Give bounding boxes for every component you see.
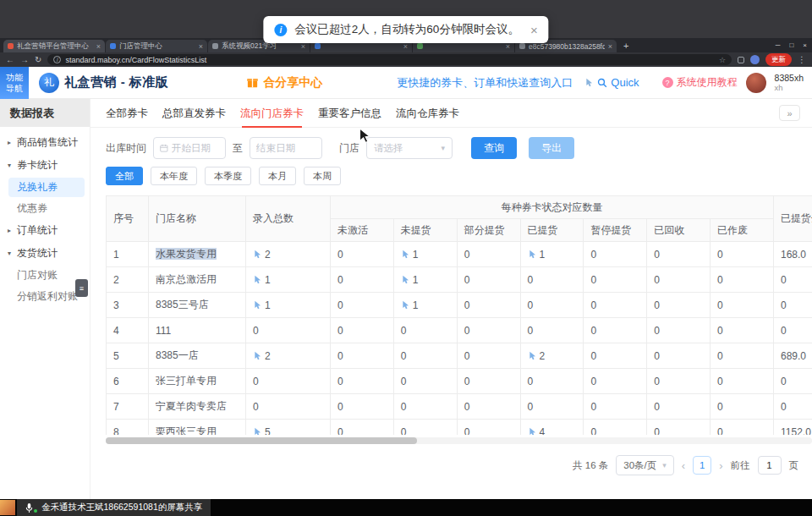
url-field[interactable]: i standard.maboy.cn/CardFlowStatisticsLi… [47,54,732,65]
back-icon[interactable]: ← [6,56,14,64]
count-cell: 0 [520,369,584,394]
count-cell: 0 [331,343,394,369]
quick-filter-button[interactable]: 全部 [106,167,143,185]
share-center-link[interactable]: 合分享中心 [246,75,322,91]
content-tab[interactable]: 总部直发券卡 [162,99,226,128]
count-cell: 0 [710,318,774,343]
close-window-icon[interactable]: × [803,41,807,49]
no-cell: 5 [107,343,149,369]
count-cell: 0 [331,318,394,343]
count-cell: 0 [710,343,774,369]
count-cell: 0 [393,394,457,420]
expand-tabs-icon[interactable]: » [779,105,800,121]
tab-close-icon[interactable]: × [403,42,408,51]
sidebar: 数据报表 ▸商品销售统计▾券卡统计兑换礼券优惠券▸订单统计▾发货统计门店对账分销… [0,99,91,499]
minimize-icon[interactable]: ─ [776,41,781,49]
count-cell: 0 [520,267,584,293]
quick-filter-button[interactable]: 本月 [259,167,296,185]
share-status: 金禾通技术王斌18662591081的屏幕共享 [17,499,211,516]
tab-close-icon[interactable]: × [96,42,101,51]
count-cell[interactable]: 1 [393,267,457,293]
taskbar-app-icon[interactable] [0,500,15,515]
end-date-input[interactable] [250,137,322,159]
count-cell: 0 [647,420,710,436]
user-avatar[interactable] [746,73,766,93]
sidebar-item[interactable]: ▸订单统计 [0,219,90,242]
count-cell[interactable]: 1 [246,267,331,293]
next-page-icon[interactable]: › [719,459,722,472]
browser-tab[interactable]: 礼盒营销平台管理中心× [3,40,105,52]
tab-close-icon[interactable]: × [506,42,510,51]
quick-search[interactable]: Quick [584,76,639,89]
tutorial-link[interactable]: ? 系统使用教程 [662,75,738,90]
scrollbar-thumb[interactable] [106,437,417,444]
store-select[interactable]: 请选择 ▾ [366,137,453,159]
sidebar-item[interactable]: ▾发货统计 [0,242,90,265]
pointer-icon [253,250,262,259]
new-tab-button[interactable]: + [617,38,634,52]
maximize-icon[interactable]: □ [789,41,793,49]
goto-page-input[interactable] [758,456,782,475]
quick-entry-link[interactable]: 更快捷的券卡、订单和快递查询入口 [397,75,573,91]
app-header: 功能导航 礼 礼盒营销 - 标准版 合分享中心 更快捷的券卡、订单和快递查询入口… [0,67,812,99]
site-info-icon[interactable]: i [53,56,61,63]
sidebar-subitem[interactable]: 优惠券 [0,198,90,219]
reload-icon[interactable]: ↻ [35,56,41,64]
pointer-icon [528,250,537,259]
sidebar-subitem[interactable]: 兑换礼券 [8,178,85,197]
pointer-icon [253,427,262,436]
tutorial-label: 系统使用教程 [677,75,738,90]
bookmark-star-icon[interactable]: ☆ [719,56,726,64]
extensions-icon[interactable] [738,57,744,63]
quick-entry-label: 更快捷的券卡、订单和快递查询入口 [397,76,573,89]
col-status: 未提货 [393,219,457,242]
count-cell: 0 [647,293,710,318]
content-tab[interactable]: 流向门店券卡 [240,99,304,128]
count-cell[interactable]: 1 [393,242,457,267]
prev-page-icon[interactable]: ‹ [682,459,685,472]
quick-filter-button[interactable]: 本季度 [205,167,251,185]
col-no: 序号 [107,196,149,242]
quick-filter-button[interactable]: 本年度 [151,167,197,185]
sidebar-item[interactable]: ▸商品销售统计 [0,131,90,154]
count-cell[interactable]: 2 [520,343,584,369]
sidebar-item[interactable]: ▾券卡统计 [0,154,90,177]
content-tab[interactable]: 全部券卡 [106,99,148,128]
count-cell: 0 [647,242,710,267]
count-cell: 0 [331,394,394,420]
forward-icon[interactable]: → [20,56,29,64]
start-date-field[interactable] [172,143,219,153]
quick-filter-button[interactable]: 本周 [304,167,341,185]
count-cell[interactable]: 1 [246,293,331,318]
count-cell: 0 [393,343,457,369]
tab-close-icon[interactable]: × [608,42,612,51]
sidebar-collapse-handle[interactable]: ≡ [75,279,88,297]
current-page[interactable]: 1 [693,456,711,475]
count-cell[interactable]: 2 [246,242,331,267]
browser-profile-avatar[interactable] [750,55,760,64]
horizontal-scrollbar[interactable] [106,437,812,444]
tab-close-icon[interactable]: × [301,42,305,51]
export-button[interactable]: 导出 [529,137,574,159]
count-cell[interactable]: 4 [520,420,584,436]
count-cell: 0 [457,420,520,436]
count-cell[interactable]: 1 [520,242,584,267]
count-cell: 0 [710,267,774,293]
count-cell[interactable]: 5 [246,420,331,436]
count-cell: 0 [710,293,774,318]
browser-menu-icon[interactable]: ⋮ [798,56,806,64]
col-status: 已回收 [647,219,710,242]
nav-toggle-button[interactable]: 功能导航 [0,67,29,99]
start-date-input[interactable] [153,137,226,159]
browser-tab[interactable]: 门店管理中心× [106,40,207,52]
content-tab[interactable]: 重要客户信息 [318,99,381,128]
content-tab[interactable]: 流向仓库券卡 [396,99,459,128]
page-size-select[interactable]: 30条/页 ▾ [616,455,674,475]
close-icon[interactable]: × [530,23,538,37]
browser-update-button[interactable]: 更新 [765,53,792,66]
count-cell[interactable]: 1 [393,293,457,318]
end-date-field[interactable] [256,143,315,153]
count-cell[interactable]: 2 [246,343,331,369]
tab-close-icon[interactable]: × [199,42,203,51]
search-button[interactable]: 查询 [471,137,517,159]
